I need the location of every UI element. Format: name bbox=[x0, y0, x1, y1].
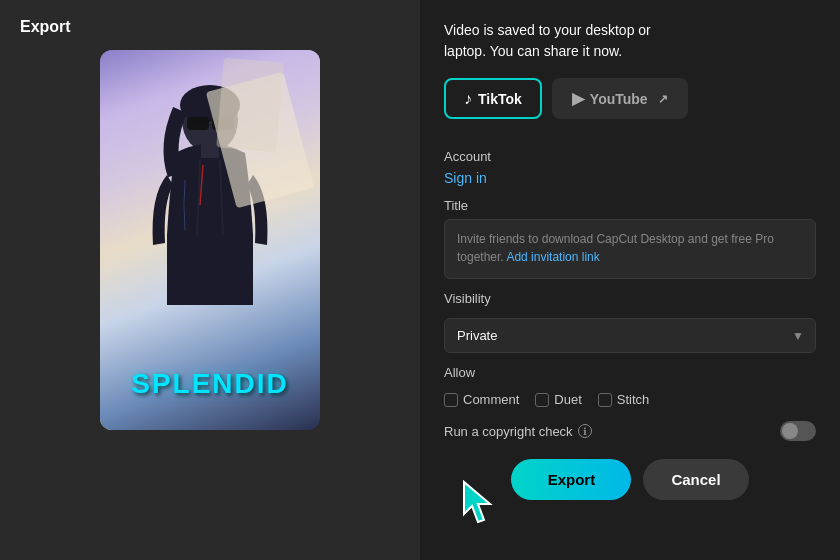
tiktok-tab[interactable]: ♪ TikTok bbox=[444, 78, 542, 119]
youtube-arrow-icon: ↗ bbox=[658, 92, 668, 106]
tiktok-label: TikTok bbox=[478, 91, 522, 107]
copyright-toggle[interactable] bbox=[780, 421, 816, 441]
duet-label: Duet bbox=[554, 392, 581, 407]
svg-marker-7 bbox=[464, 482, 490, 522]
allow-label: Allow bbox=[444, 365, 816, 380]
right-panel: Video is saved to your desktop or laptop… bbox=[420, 0, 840, 560]
export-button[interactable]: Export bbox=[511, 459, 631, 500]
sign-in-link[interactable]: Sign in bbox=[444, 170, 816, 186]
tiktok-icon: ♪ bbox=[464, 90, 472, 108]
comment-checkbox-item[interactable]: Comment bbox=[444, 392, 519, 407]
visibility-label: Visibility bbox=[444, 291, 816, 306]
duet-checkbox-item[interactable]: Duet bbox=[535, 392, 581, 407]
title-input-area[interactable]: Invite friends to download CapCut Deskto… bbox=[444, 219, 816, 279]
visibility-wrapper: Public Friends Private ▼ bbox=[444, 318, 816, 353]
duet-checkbox[interactable] bbox=[535, 393, 549, 407]
video-overlay-text: SPLENDID bbox=[100, 368, 320, 400]
platform-tabs: ♪ TikTok ▶ YouTube ↗ bbox=[444, 78, 816, 119]
cancel-button[interactable]: Cancel bbox=[643, 459, 748, 500]
export-title: Export bbox=[0, 0, 420, 50]
toggle-knob bbox=[782, 423, 798, 439]
copyright-label: Run a copyright check ℹ bbox=[444, 424, 592, 439]
bg-shape-2 bbox=[216, 58, 284, 153]
stitch-label: Stitch bbox=[617, 392, 650, 407]
comment-checkbox[interactable] bbox=[444, 393, 458, 407]
allow-row: Comment Duet Stitch bbox=[444, 392, 816, 407]
youtube-tab[interactable]: ▶ YouTube ↗ bbox=[552, 78, 688, 119]
youtube-label: YouTube bbox=[590, 91, 648, 107]
stitch-checkbox[interactable] bbox=[598, 393, 612, 407]
title-label: Title bbox=[444, 198, 816, 213]
stitch-checkbox-item[interactable]: Stitch bbox=[598, 392, 650, 407]
cursor-arrow bbox=[460, 478, 500, 530]
left-panel: Export bbox=[0, 0, 420, 560]
svg-rect-3 bbox=[187, 117, 209, 130]
comment-label: Comment bbox=[463, 392, 519, 407]
add-invitation-link[interactable]: Add invitation link bbox=[506, 250, 599, 264]
youtube-icon: ▶ bbox=[572, 89, 584, 108]
visibility-select[interactable]: Public Friends Private bbox=[444, 318, 816, 353]
saved-message: Video is saved to your desktop or laptop… bbox=[444, 20, 816, 62]
copyright-row: Run a copyright check ℹ bbox=[444, 421, 816, 441]
account-label: Account bbox=[444, 149, 816, 164]
title-placeholder-text: Invite friends to download CapCut Deskto… bbox=[457, 232, 774, 264]
video-preview: SPLENDID bbox=[100, 50, 320, 430]
info-icon: ℹ bbox=[578, 424, 592, 438]
